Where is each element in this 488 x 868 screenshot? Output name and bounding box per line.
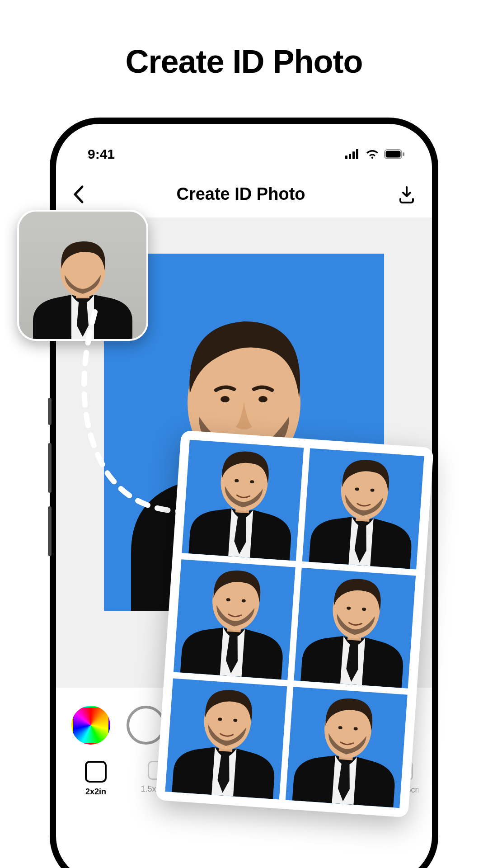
svg-rect-3	[356, 149, 358, 159]
back-button[interactable]	[72, 185, 84, 204]
svg-rect-6	[403, 152, 404, 156]
size-box-icon	[85, 761, 107, 783]
sheet-cell	[302, 448, 424, 569]
svg-point-10	[258, 396, 267, 402]
svg-rect-1	[349, 154, 351, 159]
app-title: Create ID Photo	[176, 184, 305, 204]
color-custom[interactable]	[71, 706, 110, 745]
sheet-cell	[182, 440, 304, 561]
person-icon	[26, 235, 139, 339]
chevron-left-icon	[72, 185, 84, 204]
source-photo-thumbnail[interactable]	[17, 210, 148, 341]
svg-rect-5	[386, 151, 401, 158]
sheet-cell	[174, 559, 296, 680]
size-label: 2x2in	[85, 787, 106, 797]
person-icon	[302, 448, 424, 569]
person-icon	[182, 440, 304, 561]
svg-rect-0	[345, 156, 347, 159]
page-title: Create ID Photo	[0, 43, 488, 80]
app-header: Create ID Photo	[56, 169, 432, 213]
svg-rect-2	[352, 151, 355, 159]
person-icon	[294, 568, 416, 689]
download-button[interactable]	[398, 185, 416, 203]
person-icon	[174, 559, 296, 680]
sheet-cell	[294, 567, 416, 689]
battery-icon	[384, 149, 405, 159]
person-icon	[165, 679, 287, 799]
wifi-icon	[365, 149, 380, 160]
size-option[interactable]: 2x2in	[71, 761, 120, 800]
status-time: 9:41	[88, 146, 115, 162]
status-icons	[345, 149, 405, 160]
person-icon	[286, 687, 408, 808]
side-button-icon	[48, 443, 52, 493]
sheet-cell	[286, 687, 408, 808]
svg-point-9	[221, 396, 230, 402]
cellular-icon	[345, 149, 361, 159]
status-bar: 9:41	[56, 124, 432, 169]
sheet-cell	[165, 679, 287, 800]
side-button-icon	[48, 506, 52, 556]
print-sheet[interactable]	[155, 430, 434, 817]
side-button-icon	[48, 398, 52, 425]
download-icon	[398, 185, 416, 203]
